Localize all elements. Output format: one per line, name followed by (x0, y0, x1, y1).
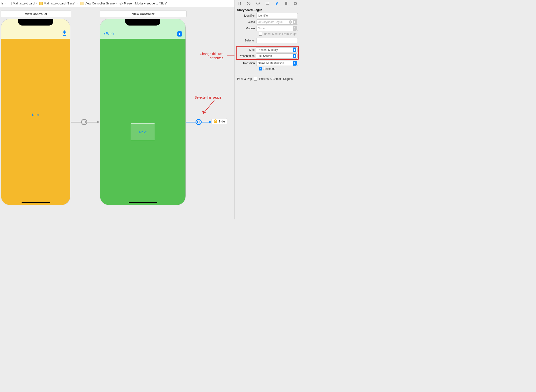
crumb-scene[interactable]: View Controller Scene (80, 2, 115, 5)
crumb-file-label: Main.storyboard (13, 2, 34, 5)
presentation-label: Presentation (237, 54, 255, 58)
annotation-segue: Selecte this segue (195, 96, 221, 99)
crumb-segue-label: Present Modally segue to "Side" (124, 2, 168, 5)
presentation-select[interactable]: Full Screen (256, 53, 297, 59)
identity-inspector-tab-icon[interactable] (265, 1, 270, 6)
next-button-2[interactable]: Next (139, 130, 147, 134)
storyboard-ref-icon (214, 119, 217, 123)
crumb-base-label: Main.storyboard (Base) (44, 2, 76, 5)
peek-pop-checkbox[interactable] (254, 77, 257, 80)
help-inspector-tab-icon[interactable]: ? (256, 1, 260, 6)
vc1-title-bar[interactable]: View Controller (1, 10, 71, 17)
segue-arrow-selected[interactable] (186, 118, 211, 126)
crumb-segue[interactable]: Present Modally segue to "Side" (119, 2, 168, 5)
section-title: Storyboard Segue (235, 7, 300, 13)
home-indicator-icon (22, 202, 50, 203)
peek-pop-label: Peek & Pop (237, 77, 252, 80)
animates-label: Animates (263, 67, 275, 70)
crumb-sep-icon: 〉 (116, 1, 118, 5)
attributes-inspector-tab-icon[interactable] (274, 1, 279, 6)
stepper-icon[interactable] (293, 26, 297, 31)
storyboard-base-icon (39, 2, 43, 5)
annotation-arrow-icon (227, 54, 234, 57)
notch-icon (18, 19, 53, 26)
segue-present-icon (81, 119, 87, 125)
container-view[interactable]: Next (131, 123, 155, 140)
next-button-1[interactable]: Next (32, 113, 39, 117)
animates-checkbox[interactable] (259, 67, 262, 70)
stepper-icon[interactable] (293, 47, 296, 52)
crumb-file[interactable]: Main.storyboard (8, 2, 34, 5)
notch-icon (125, 19, 160, 26)
svg-text:?: ? (258, 2, 259, 5)
vc2-title-bar[interactable]: View Controller (100, 10, 187, 17)
annotation-arrow-icon (201, 100, 217, 117)
scene-icon (80, 2, 84, 5)
peek-pop-value: Preview & Commit Segues (259, 77, 293, 80)
stepper-icon[interactable] (293, 20, 297, 24)
module-select[interactable]: None (256, 26, 298, 31)
divider (235, 74, 300, 74)
svg-line-8 (203, 100, 214, 114)
back-label: Back (105, 32, 115, 36)
kind-select[interactable]: Present Modally (256, 47, 297, 52)
share-icon[interactable] (62, 30, 67, 37)
transition-select[interactable]: Same As Destination (256, 61, 298, 66)
view-controller-2[interactable]: View Controller ‹ Back (100, 10, 187, 205)
vc1-title: View Controller (25, 12, 47, 16)
file-inspector-tab-icon[interactable] (237, 1, 242, 6)
segue-arrow-1[interactable] (71, 118, 99, 126)
selector-label: Selector (237, 39, 255, 42)
download-icon[interactable] (177, 31, 182, 37)
svg-point-19 (294, 2, 297, 5)
side-ref-label: Side (219, 120, 225, 123)
class-select[interactable]: UIStoryboardSegue ↺ (256, 19, 298, 25)
kind-value: Present Modally (258, 48, 278, 51)
chevron-left-icon: ‹ (103, 31, 105, 37)
crumb-scene-label: View Controller Scene (85, 2, 115, 5)
annotation-attributes: Change this two attributes (200, 52, 223, 60)
presentation-value: Full Screen (258, 54, 272, 58)
crumb-trunc-text: ls (1, 2, 4, 5)
stepper-icon[interactable] (293, 61, 297, 65)
size-inspector-tab-icon[interactable] (284, 1, 288, 6)
inspector-tabs: ? (235, 0, 300, 7)
breadcrumb: ls 〉 Main.storyboard 〉 Main.storyboard (… (1, 1, 267, 5)
svg-rect-13 (266, 2, 269, 5)
transition-value: Same As Destination (258, 62, 284, 65)
module-label: Module (237, 27, 255, 30)
crumb-trunc[interactable]: ls (1, 2, 4, 5)
reset-icon[interactable]: ↺ (289, 20, 292, 24)
view-controller-1[interactable]: View Controller Next (1, 10, 71, 205)
vc2-title: View Controller (132, 12, 154, 16)
identifier-label: Identifier (237, 14, 255, 17)
class-label: Class (237, 20, 255, 24)
class-value: UIStoryboardSegue (258, 20, 282, 24)
crumb-sep-icon: 〉 (77, 1, 79, 5)
stepper-icon[interactable] (293, 54, 296, 58)
identifier-input[interactable] (256, 13, 298, 18)
back-button[interactable]: ‹ Back (103, 31, 115, 37)
home-indicator-icon (129, 202, 157, 203)
connections-inspector-tab-icon[interactable] (293, 1, 298, 6)
segue-present-icon (196, 119, 202, 125)
phone-frame-1: Next (1, 19, 70, 205)
storyboard-file-icon (8, 2, 12, 5)
storyboard-reference-side[interactable]: Side (211, 118, 227, 124)
module-value: None (258, 27, 265, 30)
highlighted-attributes: Kind Present Modally Presentation Full S… (236, 46, 299, 60)
kind-label: Kind (237, 48, 255, 51)
storyboard-canvas[interactable]: View Controller Next V (0, 7, 234, 219)
inherit-label: Inherit Module From Target (263, 32, 297, 36)
inspector-panel: ? Storyboard Segue Identifier Class UISt… (234, 0, 300, 219)
crumb-sep-icon: 〉 (5, 1, 7, 5)
segue-icon (119, 2, 123, 5)
inherit-module-checkbox[interactable] (259, 32, 262, 36)
crumb-base[interactable]: Main.storyboard (Base) (39, 2, 76, 5)
selector-input[interactable] (256, 38, 298, 43)
transition-label: Transition (237, 62, 255, 65)
phone-frame-2: ‹ Back Next (100, 19, 186, 205)
crumb-sep-icon: 〉 (36, 1, 38, 5)
history-inspector-tab-icon[interactable] (246, 1, 251, 6)
